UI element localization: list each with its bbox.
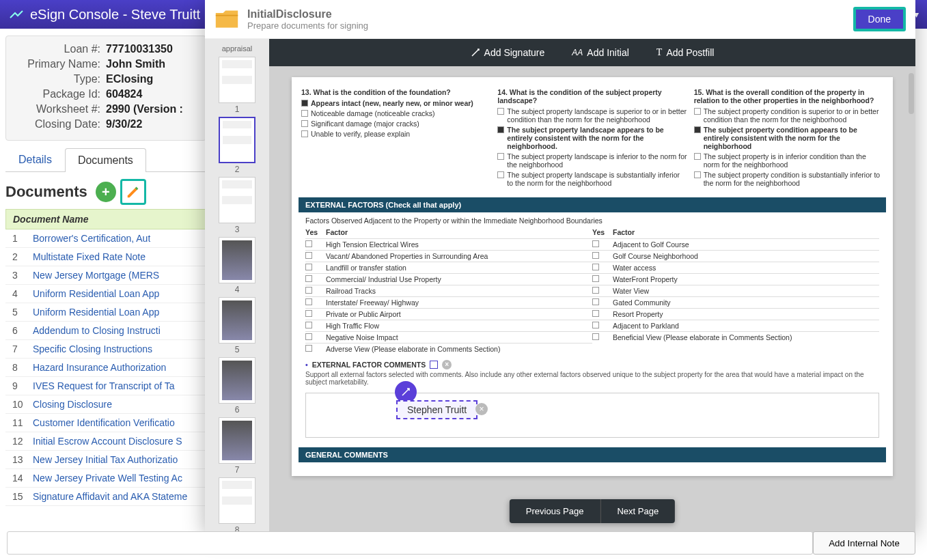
tab-details[interactable]: Details — [5, 148, 65, 171]
document-link[interactable]: New Jersey Mortgage (MERS — [33, 270, 159, 281]
done-button[interactable]: Done — [853, 7, 906, 31]
page-thumb[interactable] — [219, 177, 255, 223]
page-thumb[interactable] — [219, 117, 255, 163]
checkbox-icon[interactable] — [305, 264, 312, 270]
checkbox-icon[interactable] — [305, 287, 312, 294]
document-link[interactable]: New Jersey Initial Tax Authorizatio — [33, 454, 178, 465]
document-link[interactable]: New Jersey Private Well Testing Ac — [33, 473, 182, 484]
document-link[interactable]: Signature Affidavit and AKA Stateme — [33, 491, 187, 502]
question-option[interactable]: Unable to verify, please explain — [301, 130, 490, 138]
checkbox-icon[interactable] — [592, 240, 599, 247]
checkbox-icon[interactable] — [305, 275, 312, 282]
checkbox-icon[interactable] — [592, 287, 599, 294]
checkbox-icon[interactable] — [592, 298, 599, 305]
document-row[interactable]: 13New Jersey Initial Tax Authorizatio — [5, 451, 206, 469]
next-page-button[interactable]: Next Page — [600, 499, 675, 523]
checkbox-icon[interactable] — [592, 310, 599, 317]
document-row[interactable]: 5Uniform Residential Loan App — [5, 303, 206, 322]
document-link[interactable]: Closing Disclosure — [33, 399, 112, 410]
question-option[interactable]: The subject property condition is superi… — [694, 107, 883, 124]
page-thumb[interactable] — [219, 357, 255, 404]
document-row[interactable]: 15Signature Affidavit and AKA Stateme — [5, 488, 206, 506]
add-internal-note-button[interactable]: Add Internal Note — [813, 531, 915, 555]
document-link[interactable]: IVES Request for Transcript of Ta — [33, 380, 175, 391]
previous-page-button[interactable]: Previous Page — [510, 499, 601, 523]
document-row[interactable]: 7Specific Closing Instructions — [5, 340, 206, 359]
question-option[interactable]: The subject property is in inferior cond… — [694, 152, 883, 169]
document-row[interactable]: 12Initial Escrow Account Disclosure S — [5, 432, 206, 451]
checkbox-icon[interactable] — [694, 126, 701, 133]
document-row[interactable]: 2Multistate Fixed Rate Note — [5, 248, 206, 266]
document-row[interactable]: 3New Jersey Mortgage (MERS — [5, 266, 206, 285]
document-link[interactable]: Customer Identification Verificatio — [33, 417, 175, 428]
checkbox-icon[interactable] — [694, 108, 701, 115]
add-document-button[interactable]: + — [96, 182, 116, 202]
document-link[interactable]: Addendum to Closing Instructi — [33, 325, 161, 336]
edit-documents-button[interactable] — [120, 179, 146, 205]
checkbox-icon[interactable] — [497, 126, 504, 133]
signature-field[interactable]: Stephen Truitt — [396, 400, 478, 419]
checkbox-icon[interactable] — [305, 345, 312, 352]
checkbox-icon[interactable] — [592, 252, 599, 259]
remove-field-icon[interactable]: × — [442, 360, 452, 369]
add-initial-button[interactable]: AA Add Initial — [572, 47, 629, 58]
question-option[interactable]: The subject property condition is substa… — [694, 171, 883, 187]
scrollbar[interactable] — [909, 73, 914, 114]
document-row[interactable]: 8Hazard Insurance Authorization — [5, 359, 206, 377]
page-thumb[interactable] — [219, 297, 255, 344]
internal-note-input[interactable] — [7, 531, 813, 555]
document-link[interactable]: Uniform Residential Loan App — [33, 307, 159, 318]
checkbox-icon[interactable] — [301, 110, 308, 117]
document-link[interactable]: Borrower's Certification, Aut — [33, 233, 150, 244]
signature-drop-area[interactable]: Stephen Truitt × — [305, 393, 879, 438]
document-link[interactable]: Hazard Insurance Authorization — [33, 362, 166, 373]
question-option[interactable]: The subject property condition appears t… — [694, 126, 883, 150]
remove-signature-button[interactable]: × — [475, 403, 488, 415]
question-option[interactable]: Appears intact (new, nearly new, or mino… — [301, 99, 490, 107]
checkbox-icon[interactable] — [694, 153, 701, 160]
question-option[interactable]: The subject property landscape appears t… — [497, 126, 687, 150]
checkbox-icon[interactable] — [592, 322, 599, 328]
add-postfill-button[interactable]: T Add Postfill — [656, 47, 715, 58]
page-thumb[interactable] — [219, 417, 255, 464]
page-thumb[interactable] — [219, 57, 255, 103]
checkbox-icon[interactable] — [305, 322, 312, 328]
question-option[interactable]: The subject property landscape is superi… — [497, 107, 687, 124]
checkbox-icon[interactable] — [305, 252, 312, 259]
document-row[interactable]: 1Borrower's Certification, Aut — [5, 229, 206, 248]
question-option[interactable]: Significant damage (major cracks) — [301, 120, 490, 128]
checkbox-icon[interactable] — [301, 100, 308, 107]
checkbox-icon[interactable] — [592, 333, 599, 340]
document-row[interactable]: 14New Jersey Private Well Testing Ac — [5, 469, 206, 488]
question-option[interactable]: The subject property landscape is inferi… — [497, 152, 687, 169]
checkbox-icon[interactable] — [305, 310, 312, 317]
checkbox-icon[interactable] — [497, 171, 504, 178]
question-option[interactable]: The subject property landscape is substa… — [497, 171, 687, 187]
question-option[interactable]: Noticeable damage (noticeable cracks) — [301, 109, 490, 117]
document-link[interactable]: Multistate Fixed Rate Note — [33, 251, 146, 262]
page-thumb[interactable] — [219, 237, 255, 283]
page-thumb[interactable] — [219, 477, 255, 524]
checkbox-icon[interactable] — [305, 298, 312, 305]
checkbox-icon[interactable] — [592, 264, 599, 270]
checkbox-icon[interactable] — [301, 120, 308, 127]
checkbox-icon[interactable] — [301, 130, 308, 137]
add-signature-button[interactable]: Add Signature — [471, 47, 545, 58]
document-row[interactable]: 10Closing Disclosure — [5, 395, 206, 414]
checkbox-icon[interactable] — [497, 108, 504, 115]
document-row[interactable]: 9IVES Request for Transcript of Ta — [5, 377, 206, 395]
document-row[interactable]: 6Addendum to Closing Instructi — [5, 322, 206, 340]
checkbox-icon[interactable] — [592, 275, 599, 282]
document-row[interactable]: 4Uniform Residential Loan App — [5, 285, 206, 303]
page-canvas[interactable]: 13. What is the condition of the foundat… — [269, 66, 915, 533]
checkbox-icon[interactable] — [305, 240, 312, 247]
checkbox-icon[interactable] — [305, 333, 312, 340]
document-link[interactable]: Specific Closing Instructions — [33, 344, 152, 354]
tab-documents[interactable]: Documents — [65, 148, 146, 172]
document-link[interactable]: Initial Escrow Account Disclosure S — [33, 436, 182, 447]
comment-field-icon[interactable] — [430, 361, 438, 369]
document-row[interactable]: 11Customer Identification Verificatio — [5, 414, 206, 432]
checkbox-icon[interactable] — [497, 153, 504, 160]
checkbox-icon[interactable] — [694, 171, 701, 178]
document-link[interactable]: Uniform Residential Loan App — [33, 288, 159, 299]
